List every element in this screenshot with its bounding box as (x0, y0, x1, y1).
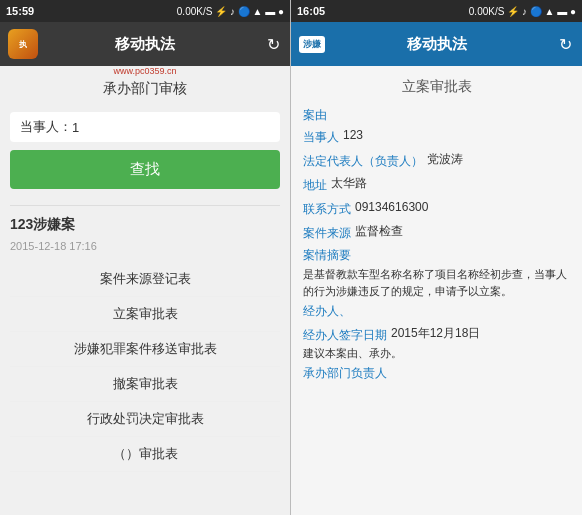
party-label: 当事人： (20, 118, 72, 136)
left-app-icon: 执 (8, 29, 38, 59)
right-refresh-icon[interactable]: ↻ (559, 35, 572, 54)
field-row-1: 当事人 123 (303, 124, 570, 146)
menu-item-1[interactable]: 立案审批表 (10, 297, 280, 332)
right-nav-bar: 涉嫌 移动执法 ↻ (291, 22, 582, 66)
left-refresh-icon[interactable]: ↻ (267, 35, 280, 54)
field-value-5: 监督检查 (355, 223, 403, 240)
right-logo-badge: 涉嫌 (299, 36, 325, 53)
field-value-3: 太华路 (331, 175, 367, 192)
menu-item-4[interactable]: 行政处罚决定审批表 (10, 402, 280, 437)
left-nav-title: 移动执法 (115, 35, 175, 54)
left-time: 15:59 (6, 5, 34, 17)
field-row-4: 联系方式 09134616300 (303, 196, 570, 218)
menu-item-3[interactable]: 撤案审批表 (10, 367, 280, 402)
field-value-4: 09134616300 (355, 200, 428, 214)
right-phone: 16:05 0.00K/S ⚡ ♪ 🔵 ▲ ▬ ● 涉嫌 移动执法 ↻ 立案审批… (291, 0, 582, 515)
right-status-bar: 16:05 0.00K/S ⚡ ♪ 🔵 ▲ ▬ ● (291, 0, 582, 22)
summary-title: 案情摘要 (303, 247, 570, 264)
right-section-title: 立案审批表 (303, 72, 570, 102)
handler-label: 经办人、 (303, 303, 570, 320)
field-value-1: 123 (343, 128, 363, 142)
case-date: 2015-12-18 17:16 (10, 238, 280, 254)
field-row-2: 法定代表人（负责人） 党波涛 (303, 148, 570, 170)
field-label-1: 当事人 (303, 129, 339, 146)
handler-sign-date: 2015年12月18日 (391, 325, 480, 342)
field-value-2: 党波涛 (427, 151, 463, 168)
field-row-3: 地址 太华路 (303, 172, 570, 194)
case-title: 123涉嫌案 (10, 212, 280, 238)
left-section-title: 承办部门审核 (10, 74, 280, 104)
right-nav-title: 移动执法 (407, 35, 467, 54)
menu-item-2[interactable]: 涉嫌犯罪案件移送审批表 (10, 332, 280, 367)
menu-item-5[interactable]: （）审批表 (10, 437, 280, 472)
menu-item-0[interactable]: 案件来源登记表 (10, 262, 280, 297)
dept-label: 承办部门负责人 (303, 365, 570, 382)
search-button[interactable]: 查找 (10, 150, 280, 189)
field-label-3: 地址 (303, 177, 327, 194)
field-label-5: 案件来源 (303, 225, 351, 242)
left-nav-bar: 执 移动执法 ↻ (0, 22, 290, 66)
field-label-4: 联系方式 (303, 201, 351, 218)
field-label-0: 案由 (303, 107, 570, 124)
field-row-5: 案件来源 监督检查 (303, 220, 570, 242)
right-status-icons: 0.00K/S ⚡ ♪ 🔵 ▲ ▬ ● (469, 6, 576, 17)
party-row: 当事人： 1 (10, 112, 280, 142)
handler-sign-label: 经办人签字日期 (303, 327, 387, 344)
field-label-2: 法定代表人（负责人） (303, 153, 423, 170)
right-content: 立案审批表 案由 当事人 123 法定代表人（负责人） 党波涛 地址 太华路 联… (291, 66, 582, 515)
advice-text: 建议本案由、承办。 (303, 346, 570, 361)
left-divider (10, 205, 280, 206)
left-phone: 15:59 0.00K/S ⚡ ♪ 🔵 ▲ ▬ ● 执 移动执法 ↻ www.p… (0, 0, 291, 515)
sign-date-row: 经办人签字日期 2015年12月18日 (303, 322, 570, 344)
right-time: 16:05 (297, 5, 325, 17)
left-status-bar: 15:59 0.00K/S ⚡ ♪ 🔵 ▲ ▬ ● (0, 0, 290, 22)
summary-text: 是基督教款车型名称名称了项目名称经初步查，当事人的行为涉嫌违反了的规定，申请予以… (303, 266, 570, 299)
left-status-icons: 0.00K/S ⚡ ♪ 🔵 ▲ ▬ ● (177, 6, 284, 17)
party-value: 1 (72, 120, 79, 135)
left-content: 承办部门审核 当事人： 1 查找 123涉嫌案 2015-12-18 17:16… (0, 66, 290, 515)
